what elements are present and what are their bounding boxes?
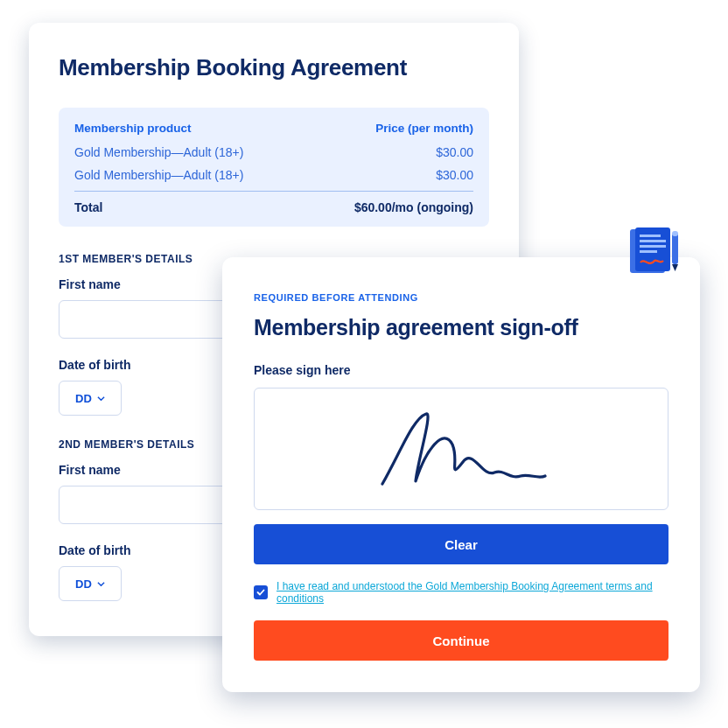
- svg-rect-5: [640, 250, 657, 253]
- page-title: Membership Booking Agreement: [59, 54, 489, 81]
- svg-rect-4: [640, 245, 666, 248]
- signoff-title: Membership agreement sign-off: [254, 315, 668, 340]
- total-value: $60.00/mo (ongoing): [354, 200, 473, 214]
- svg-rect-2: [640, 234, 661, 237]
- svg-rect-1: [635, 228, 670, 271]
- table-row: Gold Membership—Adult (18+) $30.00: [74, 168, 473, 182]
- continue-button[interactable]: Continue: [254, 620, 668, 661]
- signoff-card: REQUIRED BEFORE ATTENDING Membership agr…: [222, 257, 700, 692]
- svg-rect-3: [640, 240, 666, 242]
- terms-link[interactable]: I have read and understood the Gold Memb…: [276, 580, 668, 605]
- select-value: DD: [75, 392, 92, 405]
- member2-dob-day-select[interactable]: DD: [59, 566, 122, 601]
- col-product-header: Membership product: [74, 122, 192, 135]
- signature-stroke: [365, 401, 557, 497]
- signature-pad[interactable]: [254, 388, 668, 510]
- dob-spacer: [132, 381, 144, 416]
- chevron-down-icon: [97, 580, 105, 588]
- product-price: $30.00: [436, 145, 473, 159]
- pricing-table: Membership product Price (per month) Gol…: [59, 108, 489, 227]
- product-name: Gold Membership—Adult (18+): [74, 145, 243, 159]
- button-label: Clear: [444, 537, 478, 552]
- overline-label: REQUIRED BEFORE ATTENDING: [254, 292, 668, 303]
- chevron-down-icon: [97, 395, 105, 402]
- signature-label: Please sign here: [254, 363, 668, 377]
- button-label: Continue: [433, 634, 490, 648]
- product-price: $30.00: [436, 168, 473, 182]
- svg-rect-6: [672, 233, 678, 264]
- svg-marker-7: [672, 264, 678, 271]
- consent-checkbox[interactable]: [254, 585, 268, 599]
- document-sign-icon: [625, 228, 686, 289]
- check-icon: [256, 588, 265, 597]
- clear-button[interactable]: Clear: [254, 524, 668, 564]
- product-name: Gold Membership—Adult (18+): [74, 168, 243, 182]
- table-row: Gold Membership—Adult (18+) $30.00: [74, 145, 473, 159]
- col-price-header: Price (per month): [375, 122, 473, 135]
- member1-dob-day-select[interactable]: DD: [59, 381, 122, 416]
- svg-rect-8: [672, 231, 678, 236]
- total-label: Total: [74, 200, 102, 214]
- divider: [74, 191, 473, 192]
- select-value: DD: [75, 578, 92, 591]
